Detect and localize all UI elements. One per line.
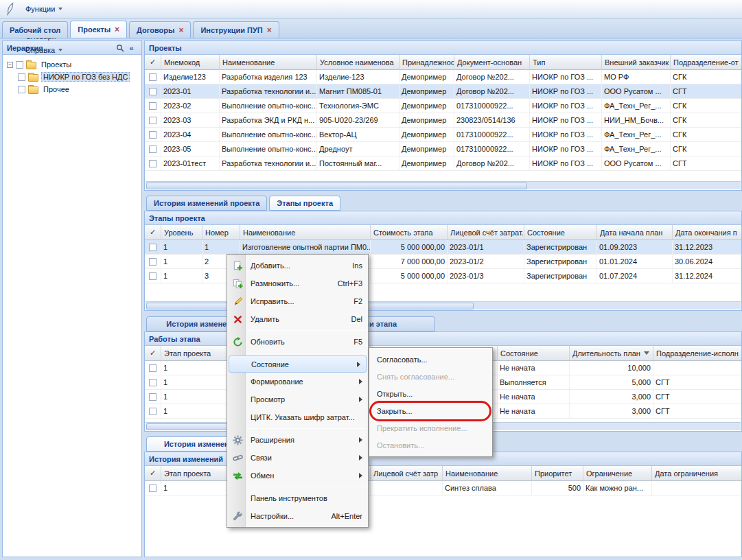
collapse-panel-icon[interactable]: «	[126, 43, 137, 54]
tree-expander-icon[interactable]: −	[7, 62, 13, 68]
menu-item[interactable]: Формирование	[227, 373, 368, 390]
column-header[interactable]: Документ-основан	[454, 55, 530, 70]
menu-item-label: Расширения	[251, 436, 353, 444]
row-checkbox[interactable]	[149, 379, 156, 386]
tab[interactable]: Этапы проекта	[269, 196, 340, 211]
column-header[interactable]: Принадлежность	[399, 55, 454, 70]
column-header[interactable]: Лицевой счёт затрат.	[448, 225, 524, 240]
menu-item[interactable]: Обмен	[227, 467, 368, 485]
tab-close-icon[interactable]: ×	[267, 27, 272, 34]
row-checkbox[interactable]	[149, 73, 156, 81]
column-header[interactable]: Дата окончания п	[673, 225, 742, 240]
menu-item[interactable]: Настройки...Alt+Enter	[227, 507, 368, 525]
scrollbar-thumb[interactable]	[146, 183, 527, 189]
menu-item[interactable]: Расширения	[227, 431, 368, 449]
tab[interactable]: Проекты×	[70, 21, 127, 38]
menu-item[interactable]: ЦИТК. Указать шифр затрат...	[227, 408, 368, 426]
table-row[interactable]: 2023-01Разработка технологии и...Магнит …	[145, 84, 741, 99]
tab-close-icon[interactable]: ×	[115, 26, 119, 33]
checkbox-cell	[145, 361, 161, 375]
tree-checkbox[interactable]	[16, 61, 23, 69]
menubar-item[interactable]: Функции	[20, 2, 78, 16]
column-header[interactable]: Номер	[202, 225, 240, 240]
column-header[interactable]: Этап проекта	[161, 346, 230, 361]
find-icon[interactable]	[114, 43, 126, 54]
row-checkbox[interactable]	[149, 102, 156, 110]
tab[interactable]: Рабочий стол	[2, 21, 68, 38]
column-header[interactable]: Тип	[530, 55, 602, 70]
tab[interactable]: Инструкции ПУП×	[193, 21, 279, 38]
column-header[interactable]: Подразделение-исполн	[653, 346, 742, 361]
row-checkbox[interactable]	[149, 364, 156, 372]
table-row[interactable]: Изделие123Разработка изделия 123Изделие-…	[145, 70, 741, 84]
menu-item[interactable]: ОбновитьF5	[227, 333, 368, 351]
column-header[interactable]: Условное наименова	[317, 55, 399, 70]
tree-checkbox[interactable]	[18, 73, 25, 81]
horizontal-scrollbar[interactable]	[146, 181, 741, 189]
select-all-header[interactable]: ✓	[145, 55, 161, 70]
tree-item[interactable]: Прочее	[4, 83, 140, 95]
submenu-item[interactable]: Закрыть...	[369, 402, 492, 419]
column-header[interactable]: Наименование	[220, 55, 317, 70]
select-all-header[interactable]: ✓	[145, 346, 161, 361]
menu-item[interactable]: Панель инструментов	[227, 489, 368, 507]
column-header[interactable]: Внешний заказчик	[602, 55, 671, 70]
menu-item[interactable]: Исправить...F2	[227, 292, 368, 310]
tree-checkbox[interactable]	[18, 86, 25, 93]
column-header[interactable]: Дата начала план	[597, 225, 673, 240]
column-header[interactable]: Длительность план	[570, 346, 653, 361]
row-checkbox[interactable]	[149, 272, 156, 280]
menubar-item[interactable]: Справка	[20, 43, 78, 57]
tab-close-icon[interactable]: ×	[178, 27, 183, 34]
column-header[interactable]: Ограничение	[583, 466, 652, 481]
column-header[interactable]: Дата ограничения	[652, 466, 742, 481]
column-header[interactable]: Наименование	[240, 225, 371, 240]
table-row[interactable]: 2023-04Выполнение опытно-конс...Вектор-А…	[145, 128, 741, 142]
row-checkbox[interactable]	[149, 408, 156, 415]
column-header[interactable]: Уровень	[161, 225, 202, 240]
select-all-header[interactable]: ✓	[145, 466, 161, 481]
submenu-item[interactable]: Согласовать...	[369, 351, 492, 368]
column-header[interactable]: Подразделение-от	[671, 55, 742, 70]
column-header[interactable]: Мнемокод	[161, 55, 220, 70]
table-row[interactable]: 2023-02Выполнение опытно-конс...Технолог…	[145, 99, 741, 113]
row-checkbox[interactable]	[149, 88, 156, 95]
column-header[interactable]: Этап проекта	[161, 466, 230, 481]
tree-item[interactable]: −Проекты	[4, 58, 140, 71]
menu-item[interactable]: Размножить...Ctrl+F3	[227, 275, 368, 292]
menu-item[interactable]: Связи	[227, 449, 368, 467]
row-checkbox[interactable]	[149, 258, 156, 266]
row-checkbox[interactable]	[149, 393, 156, 401]
tab-label: История изменений проекта	[154, 199, 259, 207]
menu-item[interactable]: Состояние	[229, 355, 367, 373]
menu-item[interactable]: УдалитьDel	[227, 310, 368, 328]
tab[interactable]: История изменений проекта	[146, 196, 267, 211]
cell: Не начата	[498, 390, 570, 404]
tree-item[interactable]: НИОКР по ГОЗ без НДС	[4, 71, 140, 83]
column-header[interactable]: Состояние	[524, 225, 597, 240]
cell: 017310000922...	[454, 99, 530, 113]
row-checkbox[interactable]	[149, 244, 156, 251]
column-header[interactable]: Наименование	[443, 466, 532, 481]
select-all-header[interactable]: ✓	[145, 225, 161, 240]
menu-item-shortcut: Del	[351, 315, 362, 323]
column-header[interactable]: Стоимость этапа	[371, 225, 448, 240]
row-checkbox[interactable]	[149, 145, 156, 153]
cell: НИОКР по ГОЗ ...	[530, 156, 602, 170]
row-checkbox[interactable]	[149, 485, 156, 492]
table-row[interactable]: 11Изготовление опытной партии ПМ0...5 00…	[145, 240, 741, 255]
menu-item[interactable]: Просмотр	[227, 390, 368, 408]
table-row[interactable]: 2023-03Разработка ЭКД и РКД н...905-U020…	[145, 113, 741, 128]
submenu-item[interactable]: Открыть...	[369, 385, 492, 402]
cell: Синтез сплава	[443, 481, 532, 495]
menu-item[interactable]: Добавить...Ins	[227, 257, 368, 275]
table-row[interactable]: 2023-05Выполнение опытно-конс...Дредноут…	[145, 142, 741, 156]
column-header[interactable]: Приоритет	[532, 466, 583, 481]
row-checkbox[interactable]	[149, 131, 156, 139]
tab[interactable]: Договоры×	[129, 21, 191, 38]
column-header[interactable]: Состояние	[498, 346, 570, 361]
column-header[interactable]: Лицевой счёт затр	[371, 466, 443, 481]
table-row[interactable]: 2023-01тестРазработка технологии и...Пос…	[145, 156, 741, 171]
row-checkbox[interactable]	[149, 160, 156, 167]
row-checkbox[interactable]	[149, 117, 156, 124]
